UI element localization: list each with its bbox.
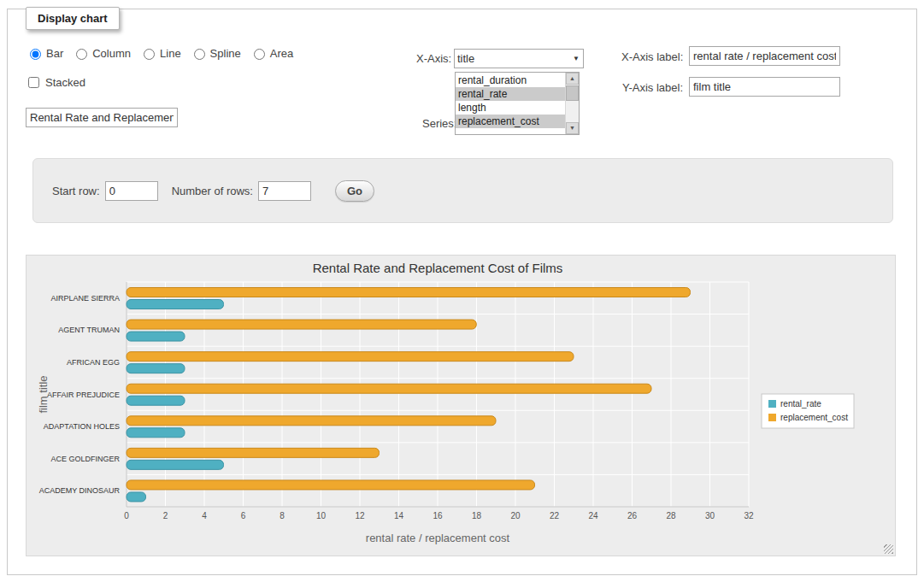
stacked-option[interactable]: Stacked	[25, 74, 85, 91]
x-tick-label: 12	[355, 511, 365, 520]
legend-label-replacement_cost[interactable]: replacement_cost	[780, 413, 848, 422]
x-tick-label: 4	[202, 511, 207, 520]
chart-type-radio-bar[interactable]	[30, 49, 41, 60]
bar-rental_rate	[127, 492, 146, 502]
bar-rental_rate	[127, 396, 185, 405]
series-listbox-scrollbar[interactable]: ▲ ▼	[565, 73, 579, 134]
x-axis-label-label: X-Axis label:	[621, 50, 683, 63]
resize-handle-icon[interactable]	[884, 544, 893, 554]
bar-replacement_cost	[127, 320, 476, 329]
scrollbar-up-arrow-icon[interactable]: ▲	[566, 73, 579, 85]
x-axis-title: rental rate / replacement cost	[366, 532, 510, 544]
chart-title-input[interactable]	[26, 108, 178, 127]
bar-replacement_cost	[127, 480, 535, 490]
category-label: AGENT TRUMAN	[58, 326, 120, 334]
fieldset-legend: Display chart	[26, 7, 120, 30]
legend-swatch-rental_rate[interactable]	[768, 400, 776, 408]
bar-replacement_cost	[127, 352, 574, 362]
bar-chart: 02468101214161820222426283032AIRPLANE SI…	[26, 256, 895, 556]
x-tick-label: 28	[666, 511, 676, 520]
x-tick-label: 2	[163, 511, 168, 520]
start-row-input[interactable]	[105, 181, 158, 201]
number-of-rows-label: Number of rows:	[172, 185, 253, 197]
y-axis-label-input[interactable]	[689, 77, 840, 97]
bar-rental_rate	[127, 460, 224, 469]
series-listbox-options: rental_durationrental_ratelengthreplacem…	[456, 73, 565, 134]
stacked-checkbox[interactable]	[28, 77, 39, 88]
number-of-rows-input[interactable]	[258, 181, 311, 201]
x-tick-label: 20	[510, 511, 521, 520]
x-tick-label: 6	[241, 511, 246, 520]
category-label: ACE GOLDFINGER	[50, 455, 120, 463]
bar-rental_rate	[127, 364, 185, 373]
bar-replacement_cost	[127, 416, 496, 426]
chart-type-radio-label: Area	[270, 47, 293, 60]
bar-rental_rate	[127, 332, 185, 341]
bar-replacement_cost	[127, 448, 380, 457]
go-button[interactable]: Go	[335, 180, 374, 202]
x-tick-label: 14	[394, 511, 404, 520]
series-select-label: Series:	[422, 117, 456, 130]
x-tick-label: 26	[627, 511, 638, 520]
legend-label-rental_rate[interactable]: rental_rate	[780, 399, 821, 409]
chart-type-radio-label: Bar	[46, 47, 63, 60]
scrollbar-down-arrow-icon[interactable]: ▼	[566, 122, 579, 134]
category-label: AIRPLANE SIERRA	[50, 294, 120, 303]
chart-type-option-area[interactable]: Area	[250, 46, 293, 60]
chart-type-option-bar[interactable]: Bar	[26, 46, 63, 60]
chart-type-option-column[interactable]: Column	[72, 46, 131, 60]
chart-type-radio-spline[interactable]	[194, 49, 205, 60]
x-tick-label: 24	[588, 511, 598, 520]
display-chart-panel: BarColumnLineSplineArea Stacked X-Axis: …	[7, 9, 917, 575]
x-tick-label: 0	[124, 511, 129, 520]
chart-title: Rental Rate and Replacement Cost of Film…	[313, 261, 563, 275]
series-option-rental_rate[interactable]: rental_rate	[456, 87, 565, 101]
category-label: AFFAIR PREJUDICE	[47, 391, 120, 399]
series-option-rental_duration[interactable]: rental_duration	[456, 73, 565, 87]
x-tick-label: 22	[550, 511, 560, 520]
chart-type-radio-area[interactable]	[254, 49, 265, 60]
chart-type-radio-label: Line	[160, 47, 181, 60]
category-label: ACADEMY DINOSAUR	[39, 486, 121, 495]
x-tick-label: 18	[472, 511, 482, 520]
chart-type-radio-label: Spline	[210, 47, 241, 60]
chart-type-radios: BarColumnLineSplineArea	[26, 46, 293, 60]
x-tick-label: 8	[280, 511, 285, 520]
stacked-label: Stacked	[45, 76, 85, 89]
bar-rental_rate	[127, 428, 185, 438]
series-option-replacement_cost[interactable]: replacement_cost	[456, 115, 565, 128]
x-tick-label: 30	[705, 511, 715, 520]
x-axis-select[interactable]: title	[454, 49, 584, 68]
series-option-length[interactable]: length	[456, 101, 565, 115]
rows-panel: Start row: Number of rows: Go	[32, 158, 893, 223]
x-tick-label: 10	[316, 511, 327, 520]
chart-type-option-spline[interactable]: Spline	[190, 46, 241, 60]
x-tick-label: 16	[433, 511, 443, 520]
x-tick-label: 32	[744, 511, 754, 520]
chart-container: 02468101214161820222426283032AIRPLANE SI…	[26, 255, 896, 556]
y-axis-label-label: Y-Axis label:	[622, 81, 683, 94]
y-axis-title: film title	[37, 375, 50, 413]
start-row-label: Start row:	[52, 185, 100, 197]
x-axis-label-input[interactable]	[689, 46, 840, 66]
chart-type-option-line[interactable]: Line	[139, 46, 181, 60]
x-axis-select-label: X-Axis:	[416, 52, 451, 65]
category-label: ADAPTATION HOLES	[44, 422, 120, 431]
scrollbar-thumb[interactable]	[566, 85, 579, 101]
bar-replacement_cost	[127, 288, 691, 297]
series-listbox[interactable]: rental_durationrental_ratelengthreplacem…	[455, 72, 580, 135]
x-axis-select-wrap: title ▼	[454, 49, 584, 68]
chart-type-radio-line[interactable]	[144, 49, 155, 60]
bar-replacement_cost	[127, 384, 651, 393]
chart-type-radio-column[interactable]	[76, 49, 87, 60]
chart-type-radio-label: Column	[92, 47, 131, 60]
legend-swatch-replacement_cost[interactable]	[768, 414, 776, 421]
bar-rental_rate	[127, 300, 224, 309]
category-label: AFRICAN EGG	[67, 358, 120, 367]
